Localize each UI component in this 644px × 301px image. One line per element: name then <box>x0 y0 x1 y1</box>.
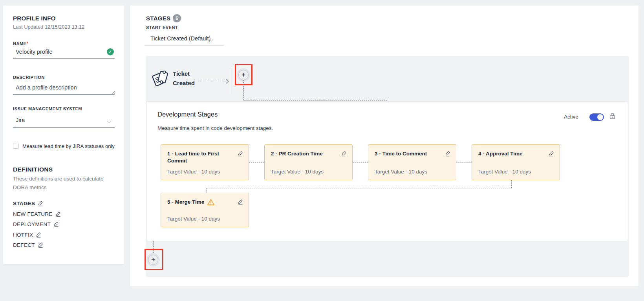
description-field-wrap <box>13 83 115 95</box>
stages-title: STAGES <box>146 15 170 22</box>
name-field-wrap <box>13 47 115 59</box>
stage-target-value: Target Value - 10 days <box>375 169 427 175</box>
stage-title: 5 - Merge Time <box>167 199 204 206</box>
profile-info-title: PROFILE INFO <box>13 15 56 22</box>
edit-icon[interactable] <box>36 232 42 238</box>
definition-label: DEPLOYMENT <box>13 221 51 227</box>
arrow-right-icon <box>225 78 229 86</box>
ticket-icon <box>150 68 170 90</box>
issue-management-label: ISSUE MANAGEMENT SYSTEM <box>13 106 82 111</box>
definition-row-stages: STAGES <box>13 200 44 206</box>
start-event-label: START EVENT <box>146 25 178 30</box>
last-updated: Last Updated 12/15/2023 13:12 <box>13 24 84 30</box>
edit-icon[interactable] <box>341 150 347 157</box>
last-updated-value: 12/15/2023 13:12 <box>45 24 84 30</box>
edit-icon[interactable] <box>238 150 243 157</box>
stages-panel: STAGES 5 START EVENT Ticket Created (Def… <box>130 5 639 286</box>
stage-target-value: Target Value - 10 days <box>271 169 324 175</box>
screen: PROFILE INFO Last Updated 12/15/2023 13:… <box>0 0 644 301</box>
issue-management-select[interactable]: Jira <box>13 117 115 128</box>
stage-title: 1 - Lead time to First Commit <box>167 150 232 164</box>
stage-title: 3 - Time to Comment <box>375 150 439 157</box>
jira-statuses-checkbox[interactable] <box>13 143 19 149</box>
check-circle-icon: ✓ <box>107 48 114 55</box>
edit-icon[interactable] <box>38 200 44 206</box>
flow-connector <box>243 100 387 100</box>
flow-divider-line <box>232 67 232 94</box>
edit-icon[interactable] <box>38 242 44 248</box>
required-asterisk: * <box>26 41 28 46</box>
flow-connector <box>243 80 244 100</box>
stage-group-title: Development Stages <box>157 111 218 118</box>
edit-icon[interactable] <box>53 221 59 227</box>
edit-icon[interactable] <box>238 199 243 205</box>
stage-card-3[interactable]: 3 - Time to Comment Target Value - 10 da… <box>368 144 456 180</box>
name-label: NAME <box>13 41 26 46</box>
stage-connector <box>207 188 207 193</box>
toggle-knob <box>597 114 603 120</box>
name-label-row: NAME* <box>13 40 28 47</box>
active-label: Active <box>564 114 578 120</box>
issue-management-value: Jira <box>13 117 25 123</box>
definition-row-defect: DEFECT <box>13 242 44 248</box>
resize-handle-icon[interactable] <box>112 89 115 96</box>
edit-icon[interactable] <box>549 150 554 157</box>
definitions-subtitle: These definitions are used to calculate … <box>13 175 113 192</box>
stage-target-value: Target Value - 10 days <box>167 169 220 175</box>
definition-row-hotfix: HOTFIX <box>13 232 42 238</box>
stage-title: 4 - Approval Time <box>478 150 543 157</box>
definition-label: DEFECT <box>13 242 35 248</box>
stage-connector <box>207 188 512 188</box>
stage-target-value: Target Value - 10 days <box>167 216 220 222</box>
name-input[interactable] <box>13 47 115 58</box>
plus-icon: + <box>242 72 245 78</box>
last-updated-label: Last Updated <box>13 24 43 30</box>
start-node-label: Ticket Created <box>173 69 201 88</box>
active-toggle[interactable] <box>589 113 604 121</box>
definitions-title: DEFINITIONS <box>13 166 53 173</box>
description-label: DESCRIPTION <box>13 75 45 80</box>
stages-count-badge: 5 <box>173 14 181 22</box>
edit-icon[interactable] <box>445 150 451 157</box>
jira-statuses-checkbox-label: Measure lead time by JIRA statuses only <box>22 143 115 149</box>
flow-connector <box>198 81 226 81</box>
flow-canvas: Ticket Created + Development Stages Meas… <box>146 56 629 277</box>
stage-group-card: Development Stages Measure time spent in… <box>146 101 628 241</box>
profile-info-panel: PROFILE INFO Last Updated 12/15/2023 13:… <box>3 5 124 264</box>
stage-card-1[interactable]: 1 - Lead time to First Commit Target Val… <box>161 144 249 180</box>
stage-target-value: Target Value - 10 days <box>478 169 531 175</box>
add-stage-button-top[interactable]: + <box>238 70 249 80</box>
stage-card-4[interactable]: 4 - Approval Time Target Value - 10 days <box>472 144 560 180</box>
edit-icon[interactable] <box>55 211 61 217</box>
stage-connector <box>511 180 512 188</box>
stage-connector <box>249 162 264 162</box>
start-event-select[interactable]: Ticket Created (Default) <box>145 35 224 46</box>
stage-connector <box>456 162 472 162</box>
start-event-value: Ticket Created (Default) <box>145 35 210 42</box>
stage-connector <box>353 162 368 162</box>
stage-title: 2 - PR Creation Time <box>271 150 336 157</box>
definition-label: NEW FEATURE <box>13 211 53 217</box>
definition-row-deployment: DEPLOYMENT <box>13 221 59 227</box>
warning-icon <box>207 199 215 206</box>
chevron-down-icon <box>107 119 111 123</box>
add-stage-button-bottom[interactable]: + <box>148 255 158 265</box>
definition-label: HOTFIX <box>13 232 33 238</box>
stage-group-subtitle: Measure time spent in code development s… <box>157 125 273 131</box>
description-input[interactable] <box>13 83 115 94</box>
lock-icon[interactable] <box>609 112 616 121</box>
stage-card-2[interactable]: 2 - PR Creation Time Target Value - 10 d… <box>264 144 353 180</box>
definition-label: STAGES <box>13 201 35 206</box>
stage-card-5[interactable]: 5 - Merge Time Target Value - 10 days <box>161 193 249 227</box>
stage-title-row: 5 - Merge Time <box>167 199 232 206</box>
plus-icon: + <box>151 257 155 263</box>
definition-row-new-feature: NEW FEATURE <box>13 211 61 217</box>
